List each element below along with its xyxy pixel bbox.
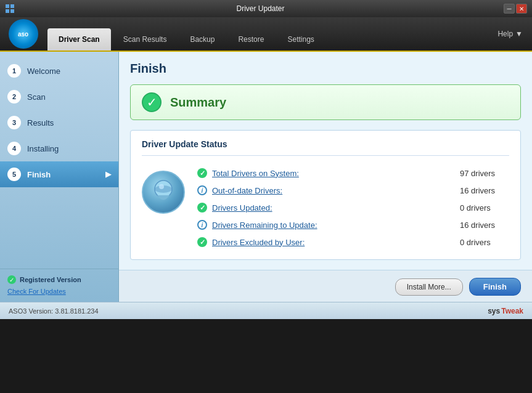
systweak-brand: sysTweak [488, 307, 523, 315]
registered-row: ✓ Registered Version [7, 275, 111, 284]
svg-rect-3 [10, 9, 14, 13]
registered-label: Registered Version [20, 276, 81, 283]
status-row-outofdate: i Out-of-date Drivers: 16 drivers [197, 182, 509, 199]
status-rows: ✓ Total Drivers on System: 97 drivers i … [197, 164, 509, 251]
status-value-1: 16 drivers [460, 186, 509, 195]
tab-settings[interactable]: Settings [276, 28, 325, 51]
app-logo: aso [6, 18, 40, 49]
page-title: Finish [130, 62, 521, 76]
title-bar: Driver Updater ─ ✕ [0, 0, 532, 17]
status-section-title: Driver Update Status [142, 139, 509, 149]
status-row-remaining: i Drivers Remaining to Update: 16 driver… [197, 216, 509, 233]
sidebar-item-installing[interactable]: 4 Installing [0, 136, 118, 161]
window-icon [5, 4, 17, 14]
content-main: 1 Welcome 2 Scan 3 Results 4 Installing … [0, 52, 532, 302]
chevron-down-icon: ▼ [515, 30, 523, 38]
minimize-button[interactable]: ─ [504, 4, 515, 14]
version-label: ASO3 Version: 3.81.8181.234 [9, 307, 99, 315]
app-icon-large [142, 171, 185, 214]
nav-bar: aso Driver Scan Scan Results Backup Rest… [0, 17, 532, 52]
status-label-1: Out-of-date Drivers: [212, 186, 460, 195]
aso-label: aso [18, 31, 28, 38]
sidebar-spacer [0, 187, 118, 269]
svg-rect-2 [6, 9, 9, 13]
tab-driver-scan[interactable]: Driver Scan [47, 28, 111, 51]
status-value-3: 16 drivers [460, 221, 509, 230]
logo-image: aso [9, 19, 38, 49]
tab-scan-results[interactable]: Scan Results [112, 28, 178, 51]
install-more-button[interactable]: Install More... [395, 278, 463, 296]
sidebar-item-results[interactable]: 3 Results [0, 110, 118, 136]
status-label-2: Drivers Updated: [212, 203, 460, 213]
status-label-3: Drivers Remaining to Update: [212, 221, 460, 230]
status-label-0: Total Drivers on System: [212, 169, 460, 178]
status-value-2: 0 drivers [460, 203, 509, 213]
window-controls: ─ ✕ [504, 4, 527, 14]
check-icon-0: ✓ [197, 168, 207, 178]
status-section: Driver Update Status [130, 130, 521, 260]
summary-box: ✓ Summary [130, 84, 521, 120]
status-value-0: 97 drivers [460, 169, 509, 178]
status-label-4: Drivers Excluded by User: [212, 238, 460, 247]
nav-tabs: Driver Scan Scan Results Backup Restore … [47, 17, 327, 51]
brand-sys: sys [488, 307, 500, 315]
sidebar-bottom: ✓ Registered Version Check For Updates [0, 269, 118, 302]
info-icon-3: i [197, 220, 207, 230]
svg-rect-0 [6, 4, 9, 8]
content-area: Finish ✓ Summary Driver Update Status [119, 52, 532, 270]
brand-tweak: Tweak [501, 307, 523, 315]
content-bottom-bar: Install More... Finish [119, 270, 532, 302]
registered-icon: ✓ [7, 275, 16, 284]
sidebar-item-welcome[interactable]: 1 Welcome [0, 58, 118, 84]
status-row-updated: ✓ Drivers Updated: 0 drivers [197, 199, 509, 216]
summary-check-icon: ✓ [142, 92, 162, 112]
finish-button[interactable]: Finish [469, 278, 521, 296]
sidebar-arrow-icon: ▶ [105, 170, 111, 179]
status-value-4: 0 drivers [460, 238, 509, 247]
check-icon-4: ✓ [197, 237, 207, 247]
check-updates-link[interactable]: Check For Updates [7, 288, 66, 295]
summary-label: Summary [170, 95, 226, 110]
app-title: Driver Updater [17, 4, 504, 13]
status-row-excluded: ✓ Drivers Excluded by User: 0 drivers [197, 233, 509, 251]
status-row-total: ✓ Total Drivers on System: 97 drivers [197, 164, 509, 182]
tab-restore[interactable]: Restore [227, 28, 275, 51]
help-button[interactable]: Help ▼ [488, 30, 532, 38]
info-icon-1: i [197, 185, 207, 195]
app-window: Driver Updater ─ ✕ aso Driver Scan Scan … [0, 0, 532, 319]
check-icon-2: ✓ [197, 203, 207, 213]
status-divider [142, 155, 509, 156]
sidebar: 1 Welcome 2 Scan 3 Results 4 Installing … [0, 52, 119, 302]
sidebar-item-finish[interactable]: 5 Finish ▶ [0, 161, 118, 187]
tab-backup[interactable]: Backup [179, 28, 226, 51]
status-bar: ASO3 Version: 3.81.8181.234 sysTweak [0, 302, 532, 319]
right-panel: Finish ✓ Summary Driver Update Status [119, 52, 532, 302]
status-inner: ✓ Total Drivers on System: 97 drivers i … [142, 164, 509, 251]
close-button[interactable]: ✕ [516, 4, 527, 14]
svg-rect-1 [10, 4, 14, 8]
sidebar-item-scan[interactable]: 2 Scan [0, 84, 118, 110]
app-icon-column [142, 164, 185, 251]
svg-point-6 [159, 184, 164, 189]
